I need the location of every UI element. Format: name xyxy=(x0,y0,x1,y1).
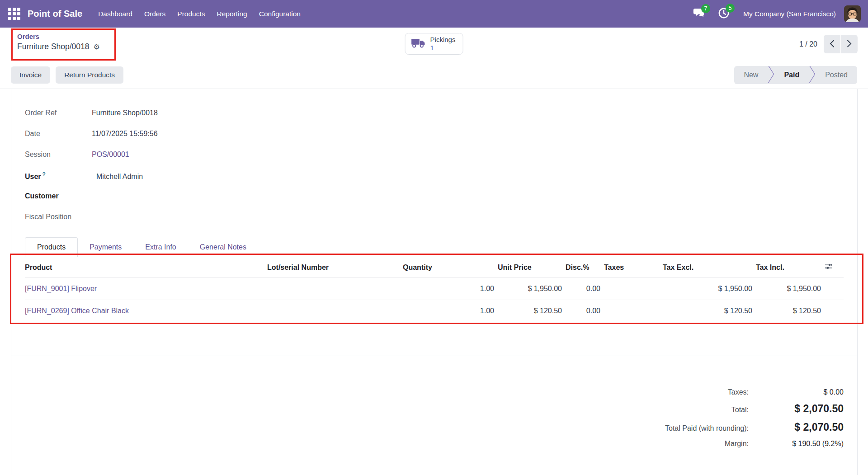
tab-products[interactable]: Products xyxy=(25,237,78,257)
status-chevron-icon xyxy=(768,66,774,84)
form-sheet: Order Ref Furniture Shop/0018 Date 11/07… xyxy=(11,89,858,475)
col-lot-serial[interactable]: Lot/serial Number xyxy=(267,257,403,278)
return-products-button[interactable]: Return Products xyxy=(56,66,123,84)
page-title: Furniture Shop/0018 xyxy=(17,42,90,52)
notebook-tabs: Products Payments Extra Info General Not… xyxy=(25,237,844,257)
tax-excl-cell: $ 120.50 xyxy=(663,300,756,322)
activities-button[interactable]: 5 xyxy=(718,7,730,21)
user-label: User? xyxy=(25,171,92,181)
session-link[interactable]: POS/00001 xyxy=(92,150,129,159)
pickings-label: Pickings xyxy=(430,36,456,44)
pager-value: 1 / 20 xyxy=(799,40,817,48)
totals-block: Taxes: $ 0.00 Total: $ 2,070.50 Total Pa… xyxy=(25,388,844,454)
top-navbar: Point of Sale Dashboard Orders Products … xyxy=(0,0,868,28)
pager-buttons xyxy=(824,35,858,53)
pager: 1 / 20 xyxy=(799,35,858,53)
tab-payments[interactable]: Payments xyxy=(78,238,133,257)
taxes-row: Taxes: $ 0.00 xyxy=(728,388,844,396)
pickings-smart-button[interactable]: Pickings 1 xyxy=(405,33,463,55)
products-table: Product Lot/serial Number Quantity Unit … xyxy=(25,257,844,322)
col-product[interactable]: Product xyxy=(25,257,267,278)
totals-divider xyxy=(25,378,844,378)
session-label: Session xyxy=(25,150,92,159)
total-paid-row: Total Paid (with rounding): $ 2,070.50 xyxy=(665,421,844,433)
menu-dashboard[interactable]: Dashboard xyxy=(92,6,138,22)
unit-price-cell: $ 1,950.00 xyxy=(498,278,566,300)
user-value[interactable]: Mitchell Admin xyxy=(92,173,143,181)
gear-icon[interactable]: ⚙ xyxy=(94,43,100,51)
taxes-value: $ 0.00 xyxy=(749,388,844,396)
tax-excl-cell: $ 1,950.00 xyxy=(663,278,756,300)
messages-badge: 7 xyxy=(701,4,710,13)
status-new[interactable]: New xyxy=(734,66,768,84)
status-paid[interactable]: Paid xyxy=(774,66,809,84)
table-row[interactable]: [FURN_9001] Flipover 1.00 $ 1,950.00 0.0… xyxy=(25,278,844,300)
breadcrumb: Furniture Shop/0018 ⚙ xyxy=(17,42,110,52)
col-tax-excl[interactable]: Tax Excl. xyxy=(663,257,756,278)
fiscal-position-label: Fiscal Position xyxy=(25,213,92,221)
product-link[interactable]: [FURN_9001] Flipover xyxy=(25,285,97,292)
order-ref-label: Order Ref xyxy=(25,109,92,117)
date-value: 11/07/2025 15:59:56 xyxy=(92,130,158,138)
table-row[interactable]: [FURN_0269] Office Chair Black 1.00 $ 12… xyxy=(25,300,844,322)
apps-menu-icon[interactable] xyxy=(8,8,20,20)
col-disc[interactable]: Disc.% xyxy=(566,257,604,278)
col-taxes[interactable]: Taxes xyxy=(604,257,663,278)
tax-incl-cell: $ 1,950.00 xyxy=(756,278,825,300)
lot-cell xyxy=(267,278,403,300)
field-order-ref: Order Ref Furniture Shop/0018 xyxy=(25,109,844,121)
product-link[interactable]: [FURN_0269] Office Chair Black xyxy=(25,307,129,315)
chevron-left-icon xyxy=(829,39,835,49)
action-row: Invoice Return Products New Paid Posted xyxy=(0,61,868,89)
main-menu: Dashboard Orders Products Reporting Conf… xyxy=(92,6,307,22)
tab-extra-info[interactable]: Extra Info xyxy=(133,238,188,257)
total-paid-value: $ 2,070.50 xyxy=(749,421,844,433)
disc-cell: 0.00 xyxy=(566,278,604,300)
quantity-cell: 1.00 xyxy=(403,300,498,322)
total-value: $ 2,070.50 xyxy=(749,403,844,415)
taxes-cell xyxy=(604,278,663,300)
activities-badge: 5 xyxy=(726,4,735,13)
app-title[interactable]: Point of Sale xyxy=(28,9,82,19)
menu-products[interactable]: Products xyxy=(171,6,211,22)
menu-configuration[interactable]: Configuration xyxy=(253,6,307,22)
status-posted[interactable]: Posted xyxy=(816,66,857,84)
menu-orders[interactable]: Orders xyxy=(138,6,171,22)
truck-icon xyxy=(411,38,425,50)
invoice-button[interactable]: Invoice xyxy=(11,66,50,84)
field-user: User? Mitchell Admin xyxy=(25,171,844,183)
products-table-wrap: Product Lot/serial Number Quantity Unit … xyxy=(25,257,844,322)
field-session: Session POS/00001 xyxy=(25,150,844,162)
total-label: Total: xyxy=(731,406,749,414)
optional-columns-button[interactable] xyxy=(825,257,844,278)
section-divider xyxy=(11,356,857,356)
company-switcher[interactable]: My Company (San Francisco) xyxy=(743,10,836,18)
help-icon[interactable]: ? xyxy=(42,171,46,178)
tab-general-notes[interactable]: General Notes xyxy=(188,238,258,257)
pager-previous-button[interactable] xyxy=(824,35,840,53)
col-unit-price[interactable]: Unit Price xyxy=(498,257,566,278)
order-ref-value: Furniture Shop/0018 xyxy=(92,109,158,117)
total-paid-label: Total Paid (with rounding): xyxy=(665,424,749,433)
pager-next-button[interactable] xyxy=(841,35,858,53)
table-header-row: Product Lot/serial Number Quantity Unit … xyxy=(25,257,844,278)
messages-button[interactable]: 7 xyxy=(693,8,705,20)
annotation-rect-breadcrumb: Orders Furniture Shop/0018 ⚙ xyxy=(11,28,116,61)
field-fiscal-position: Fiscal Position xyxy=(25,213,844,225)
control-panel: Orders Furniture Shop/0018 ⚙ Pickings 1 … xyxy=(0,28,868,61)
total-row: Total: $ 2,070.50 xyxy=(731,403,844,415)
col-tax-incl[interactable]: Tax Incl. xyxy=(756,257,825,278)
pickings-count: 1 xyxy=(430,44,456,52)
taxes-label: Taxes: xyxy=(728,388,749,396)
date-label: Date xyxy=(25,130,92,138)
field-customer: Customer xyxy=(25,192,844,204)
sliders-icon xyxy=(825,263,833,271)
menu-reporting[interactable]: Reporting xyxy=(211,6,253,22)
breadcrumb-orders-link[interactable]: Orders xyxy=(17,32,110,41)
user-avatar[interactable] xyxy=(844,5,861,22)
col-quantity[interactable]: Quantity xyxy=(403,257,498,278)
quantity-cell: 1.00 xyxy=(403,278,498,300)
disc-cell: 0.00 xyxy=(566,300,604,322)
unit-price-cell: $ 120.50 xyxy=(498,300,566,322)
margin-value: $ 190.50 (9.2%) xyxy=(749,440,844,448)
